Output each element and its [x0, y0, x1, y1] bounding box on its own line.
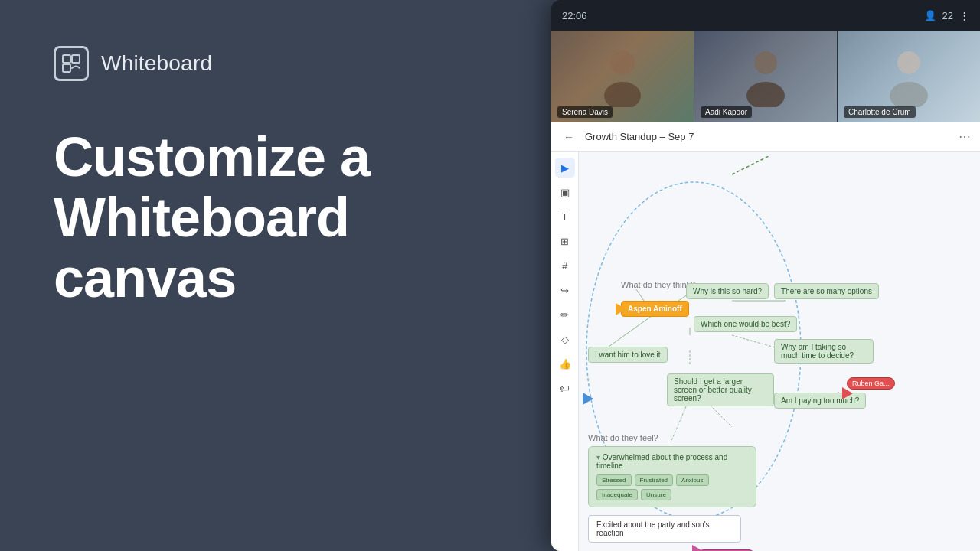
- svg-point-7: [897, 51, 920, 74]
- tag-inadequate: Inadequate: [596, 489, 638, 500]
- cursor-blue: [583, 393, 593, 405]
- wb-back-button[interactable]: ←: [560, 129, 577, 145]
- tool-image[interactable]: ⊞: [555, 231, 575, 251]
- tag-unsure: Unsure: [641, 489, 671, 500]
- video-call-header: 22:06 👤 22 ⋮: [551, 0, 980, 31]
- person-icon: 👤: [924, 10, 936, 21]
- wb-header: ← Growth Standup – Sep 7 ⋯: [551, 122, 980, 152]
- svg-point-6: [746, 82, 785, 107]
- tool-pen[interactable]: ✏: [555, 305, 575, 324]
- node-q3[interactable]: Should I get a larger screen or better q…: [667, 373, 774, 406]
- wb-more-button[interactable]: ⋯: [959, 129, 971, 144]
- participant-name-2: Aadi Kapoor: [701, 106, 752, 118]
- app-name: Whiteboard: [101, 51, 212, 76]
- video-thumb-2: Aadi Kapoor: [694, 31, 838, 122]
- node-q1b[interactable]: There are so many options: [774, 283, 879, 299]
- whiteboard-area: ← Growth Standup – Sep 7 ⋯ ▶ ▣ T ⊞ # ↪ ✏…: [551, 122, 980, 551]
- participants-count: 22: [942, 10, 953, 21]
- tool-frame[interactable]: ▣: [555, 182, 575, 202]
- tag-frustrated: Frustrated: [635, 474, 673, 486]
- tool-shapes[interactable]: ◇: [555, 329, 575, 349]
- hero-text: Customize a Whiteboard canvas: [54, 127, 498, 309]
- tag-anxious: Anxious: [676, 474, 708, 486]
- label-ruben: Ruben Ga...: [847, 377, 895, 390]
- tags-strip: Stressed Frustrated Anxious Inadequate U…: [596, 474, 748, 500]
- section-label-think: What do they think?: [621, 280, 695, 289]
- svg-rect-2: [63, 64, 70, 72]
- whiteboard-logo-icon: [54, 46, 89, 81]
- svg-point-8: [890, 82, 928, 107]
- svg-point-5: [754, 51, 777, 74]
- tool-grid[interactable]: #: [555, 256, 575, 276]
- hero-line2: Whiteboard: [54, 187, 349, 248]
- cursor-ruben: [842, 387, 853, 399]
- card2-text: Excited about the party and son's reacti…: [596, 520, 710, 537]
- video-controls: 👤 22 ⋮: [924, 10, 969, 21]
- tool-tag[interactable]: 🏷: [555, 378, 575, 398]
- node-central[interactable]: Aspen Aminoff: [621, 301, 689, 317]
- logo-area: Whiteboard: [54, 46, 498, 81]
- tool-text[interactable]: T: [555, 207, 575, 227]
- hero-line1: Customize a: [54, 126, 370, 187]
- node-card1[interactable]: ▾ Overwhelmed about the process and time…: [588, 446, 756, 507]
- node-card2[interactable]: Excited about the party and son's reacti…: [588, 515, 741, 543]
- tag-stressed: Stressed: [596, 474, 632, 486]
- svg-rect-0: [63, 55, 70, 63]
- more-options-icon[interactable]: ⋮: [959, 10, 969, 21]
- node-q2[interactable]: I want him to love it: [588, 347, 668, 363]
- wb-canvas: What do they think? Aspen Aminoff Why is…: [579, 152, 980, 551]
- node-q1c[interactable]: Which one would be best?: [694, 316, 797, 332]
- tool-cursor[interactable]: ▶: [555, 158, 575, 178]
- section-label-feel: What do they feel?: [588, 433, 658, 442]
- node-q1a[interactable]: Why is this so hard?: [686, 283, 769, 299]
- svg-rect-1: [72, 55, 80, 63]
- call-time: 22:06: [562, 10, 587, 21]
- cursor-aspen: [616, 303, 626, 315]
- cursor-mallika: [692, 545, 703, 551]
- video-thumb-3: Charlotte de Crum: [838, 31, 980, 122]
- participant-name-1: Serena Davis: [557, 106, 612, 118]
- svg-line-21: [732, 155, 770, 174]
- video-strip: Serena Davis Aadi Kapoor Charlotte de Cr…: [551, 31, 980, 122]
- hero-line3: canvas: [54, 247, 236, 308]
- wb-title: Growth Standup – Sep 7: [585, 131, 951, 142]
- tool-thumbsup[interactable]: 👍: [555, 354, 575, 373]
- svg-point-4: [604, 82, 641, 107]
- tool-undo[interactable]: ↪: [555, 280, 575, 300]
- video-thumb-1: Serena Davis: [551, 31, 694, 122]
- participant-name-3: Charlotte de Crum: [844, 106, 916, 118]
- right-panel: 22:06 👤 22 ⋮ Serena Davis: [551, 0, 980, 551]
- wb-side-toolbar: ▶ ▣ T ⊞ # ↪ ✏ ◇ 👍 🏷: [551, 152, 579, 551]
- node-q2a[interactable]: Why am I taking so much time to decide?: [774, 339, 874, 364]
- left-panel: Whiteboard Customize a Whiteboard canvas: [0, 0, 551, 551]
- svg-point-3: [610, 51, 635, 75]
